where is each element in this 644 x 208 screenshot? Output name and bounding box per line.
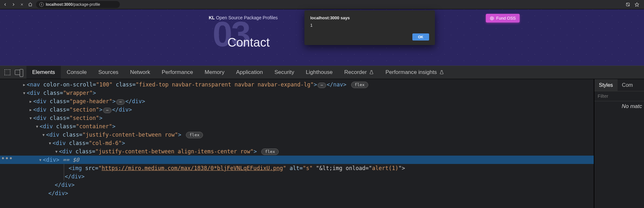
dom-node[interactable]: ▸<div class="page-header">⋯</div>: [23, 97, 594, 105]
dom-node[interactable]: ▾<div class="justify-content-between row…: [23, 131, 594, 139]
browser-toolbar: i localhost:3000/package-profile: [0, 0, 644, 9]
devtools-tabbar: Elements Console Sources Network Perform…: [0, 66, 644, 79]
url-host: localhost:3000: [46, 2, 72, 7]
svg-marker-4: [635, 3, 639, 6]
alert-message: 1: [310, 23, 429, 28]
ellipsis-icon[interactable]: ⋯: [318, 83, 326, 88]
dom-node[interactable]: <img src="https://miro.medium.com/max/18…: [64, 164, 594, 172]
dom-node[interactable]: ▾<div class="wrapper">: [23, 89, 594, 97]
tab-network[interactable]: Network: [124, 66, 156, 79]
url-path: /package-profile: [72, 2, 100, 7]
svg-point-6: [491, 17, 493, 19]
install-icon[interactable]: [625, 2, 630, 7]
inspect-element-icon[interactable]: [5, 69, 10, 75]
dom-node[interactable]: </div>: [64, 172, 594, 181]
selection-marker: == $0: [62, 157, 79, 163]
dom-node[interactable]: ▾<div class="container">: [23, 122, 594, 131]
tab-recorder[interactable]: Recorder: [339, 66, 380, 79]
svg-point-5: [490, 16, 494, 20]
styles-tab-styles[interactable]: Styles: [594, 79, 618, 91]
site-info-icon[interactable]: i: [39, 2, 44, 7]
tab-performance-insights[interactable]: Performance insights: [380, 66, 450, 79]
devtools: Elements Console Sources Network Perform…: [0, 66, 644, 208]
alert-ok-button[interactable]: OK: [412, 33, 429, 41]
elements-dom-tree[interactable]: ▸<nav color-on-scroll="100" class="fixed…: [0, 79, 594, 208]
page-title: Contact: [227, 36, 270, 50]
fund-oss-button[interactable]: Fund OSS: [486, 14, 520, 23]
tab-memory[interactable]: Memory: [199, 66, 230, 79]
target-icon: [490, 16, 494, 21]
ellipsis-icon[interactable]: ⋯: [103, 108, 111, 113]
dom-node[interactable]: ▾<div class="section">: [23, 114, 594, 122]
home-icon[interactable]: [28, 2, 33, 7]
tab-sources[interactable]: Sources: [92, 66, 124, 79]
tab-application[interactable]: Application: [230, 66, 269, 79]
stop-icon[interactable]: [19, 2, 24, 7]
tab-lighthouse[interactable]: Lighthouse: [300, 66, 338, 79]
tab-performance[interactable]: Performance: [156, 66, 199, 79]
ellipsis-icon[interactable]: ⋯: [116, 99, 125, 105]
gutter-dots-icon[interactable]: •••: [1, 154, 12, 163]
styles-tab-computed[interactable]: Com: [618, 79, 638, 91]
back-icon[interactable]: [3, 2, 8, 7]
styles-panel: Styles Com No matc: [594, 79, 644, 208]
dom-node-selected[interactable]: •••▾<div> == $0: [0, 156, 594, 164]
flask-icon: [369, 70, 374, 75]
dom-node[interactable]: ▾<div class="justify-content-between ali…: [23, 147, 594, 156]
tab-elements[interactable]: Elements: [26, 66, 61, 79]
device-toggle-icon[interactable]: [15, 70, 22, 75]
forward-icon[interactable]: [11, 2, 16, 7]
styles-no-match: No matc: [594, 101, 644, 112]
bookmark-star-icon[interactable]: [634, 2, 639, 7]
flex-pill[interactable]: flex: [351, 82, 368, 88]
dom-node[interactable]: ▸<div class="section">⋯</div>: [23, 105, 594, 114]
dom-node[interactable]: </div>: [23, 189, 594, 197]
flex-pill[interactable]: flex: [186, 132, 203, 138]
flex-pill[interactable]: flex: [261, 149, 278, 155]
flask-icon: [439, 70, 444, 75]
tab-console[interactable]: Console: [61, 66, 92, 79]
dom-node[interactable]: </div>: [23, 181, 594, 189]
js-alert-dialog: localhost:3000 says 1 OK: [304, 10, 435, 45]
dom-node[interactable]: ▸<nav color-on-scroll="100" class="fixed…: [23, 80, 594, 89]
fund-oss-label: Fund OSS: [496, 16, 516, 21]
svg-line-3: [626, 3, 629, 6]
tab-security[interactable]: Security: [269, 66, 300, 79]
dom-node[interactable]: ▾<div class="col-md-6">: [23, 139, 594, 147]
address-bar[interactable]: i localhost:3000/package-profile: [36, 1, 120, 8]
styles-filter-input[interactable]: [598, 93, 641, 99]
alert-title: localhost:3000 says: [310, 15, 429, 20]
